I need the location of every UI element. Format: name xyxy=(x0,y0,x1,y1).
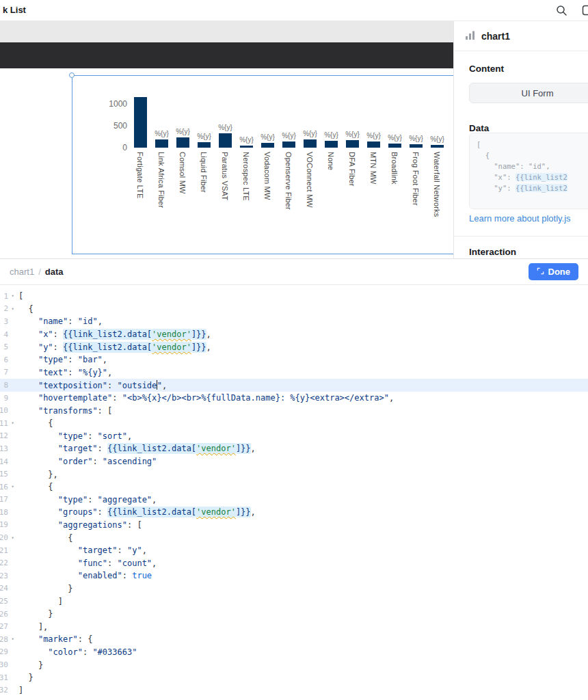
breadcrumb-component[interactable]: chart1 xyxy=(10,267,34,277)
code-text: "enabled": true xyxy=(17,571,152,580)
bar-value-label: %{y} xyxy=(322,131,341,139)
line-number: 3 xyxy=(0,317,8,326)
done-label: Done xyxy=(548,267,571,277)
code-line[interactable]: 22 "func": "count", xyxy=(0,556,588,569)
bar-value-label: %{y} xyxy=(428,135,447,143)
code-line[interactable]: 24 } xyxy=(0,582,588,595)
code-line[interactable]: 9 "hovertemplate": "<b>%{x}</b><br>%{ful… xyxy=(0,392,588,405)
code-line[interactable]: 17 "type": "aggregate", xyxy=(0,494,588,507)
bar xyxy=(431,145,444,148)
code-text: { xyxy=(17,482,53,492)
code-line[interactable]: 2▾ { xyxy=(0,303,588,316)
fold-chevron-icon[interactable]: ▾ xyxy=(8,535,17,541)
code-line[interactable]: 15 }, xyxy=(0,468,588,481)
plotly-docs-link[interactable]: Learn more about plotly.js xyxy=(469,213,571,224)
code-editor-panel: chart1 / data Done 1▾[2▾ {3 "name": "id"… xyxy=(0,258,588,700)
code-line[interactable]: 4 "x": {{link_list2.data['vendor']}}, xyxy=(0,328,588,341)
code-line[interactable]: 13 "target": {{link_list2.data['vendor']… xyxy=(0,442,588,455)
code-text: "transforms": [ xyxy=(17,406,112,416)
bar xyxy=(134,97,147,148)
interaction-section-label: Interaction xyxy=(469,247,516,257)
line-number: 23 xyxy=(0,571,8,580)
fold-chevron-icon[interactable]: ▾ xyxy=(8,306,17,312)
code-line[interactable]: 10 "transforms": [ xyxy=(0,404,588,417)
code-line[interactable]: 12 "type": "sort", xyxy=(0,430,588,443)
code-line[interactable]: 25 ] xyxy=(0,595,588,608)
code-text: "func": "count", xyxy=(17,558,157,568)
bar-value-label: %{y} xyxy=(174,128,193,135)
code-line[interactable]: 28▾ "marker": { xyxy=(0,633,588,646)
code-text: } xyxy=(17,673,34,682)
line-number: 5 xyxy=(0,342,8,351)
code-line[interactable]: 1▾[ xyxy=(0,290,588,303)
line-number: 13 xyxy=(0,444,8,453)
toolbar-strip xyxy=(0,21,453,42)
search-icon[interactable] xyxy=(556,5,567,16)
preview-line: "name": "id", xyxy=(477,161,588,172)
line-number: 21 xyxy=(0,546,8,555)
bar-value-label: %{y} xyxy=(407,135,426,142)
top-bar: k List xyxy=(0,0,588,21)
line-number: 1 xyxy=(0,292,8,301)
code-text: "aggregations": [ xyxy=(17,520,142,530)
fold-chevron-icon[interactable]: ▾ xyxy=(8,293,17,299)
code-line[interactable]: 31 } xyxy=(0,671,588,684)
x-tick-label: Broadlink xyxy=(390,152,399,185)
x-tick-label: Paratus VSAT xyxy=(221,152,229,200)
x-tick-label: VOConnect MW xyxy=(306,152,314,208)
code-line[interactable]: 5 "y": {{link_list2.data['vendor']}}, xyxy=(0,340,588,353)
code-line[interactable]: 19 "aggregations": [ xyxy=(0,519,588,532)
code-line[interactable]: 16▾ { xyxy=(0,481,588,494)
code-line[interactable]: 23 "enabled": true xyxy=(0,569,588,582)
fold-chevron-icon[interactable]: ▾ xyxy=(8,636,17,642)
code-line[interactable]: 27 ], xyxy=(0,620,588,633)
code-editor[interactable]: 1▾[2▾ {3 "name": "id",4 "x": {{link_list… xyxy=(0,286,588,700)
code-line[interactable]: 3 "name": "id", xyxy=(0,315,588,328)
selection-handle[interactable] xyxy=(69,72,75,78)
code-line[interactable]: 11▾ { xyxy=(0,417,588,430)
code-line[interactable]: 20▾ { xyxy=(0,531,588,544)
line-number: 9 xyxy=(0,394,8,403)
done-button[interactable]: Done xyxy=(529,263,579,280)
code-line[interactable]: 18 "groups": {{link_list2.data['vendor']… xyxy=(0,506,588,519)
x-tick-label: Liquid Fiber xyxy=(200,152,208,193)
code-line[interactable]: 7 "text": "%{y}", xyxy=(0,366,588,379)
code-line[interactable]: 6 "type": "bar", xyxy=(0,353,588,366)
line-number: 30 xyxy=(0,660,8,669)
x-tick-label: Vodacom MW xyxy=(263,152,271,200)
code-text: "text": "%{y}", xyxy=(17,368,112,377)
line-number: 20 xyxy=(0,533,8,542)
line-number: 15 xyxy=(0,470,8,479)
code-line[interactable]: 8 "textposition": "outside", xyxy=(0,379,588,392)
bar-value-label: %{y} xyxy=(301,130,320,137)
bar xyxy=(240,146,253,148)
fold-chevron-icon[interactable]: ▾ xyxy=(8,420,17,426)
line-number: 18 xyxy=(0,508,8,517)
line-number: 29 xyxy=(0,647,8,656)
code-line[interactable]: 26 } xyxy=(0,608,588,621)
bar xyxy=(219,133,232,148)
bar-value-label: %{y} xyxy=(152,130,172,137)
code-text: "target": "y", xyxy=(17,546,147,555)
code-line[interactable]: 14 "order": "ascending" xyxy=(0,455,588,468)
code-text: ], xyxy=(17,622,48,632)
x-tick-label: Waterfall Networks xyxy=(433,152,441,217)
bar xyxy=(304,139,317,148)
ui-form-button[interactable]: UI Form xyxy=(469,83,588,103)
code-line[interactable]: 30 } xyxy=(0,658,588,671)
fold-chevron-icon[interactable]: ▾ xyxy=(8,484,17,489)
app-title: k List xyxy=(3,5,26,15)
bar xyxy=(176,137,189,148)
bar xyxy=(388,144,401,148)
code-text: "type": "bar", xyxy=(17,355,107,364)
code-line[interactable]: 29 "color": "#033663" xyxy=(0,646,588,659)
bar xyxy=(261,143,274,148)
line-number: 28 xyxy=(0,635,8,644)
data-code-preview[interactable]: [ { "name": "id", "x": {{link_list2 "y":… xyxy=(469,133,588,209)
inspector-header: chart1 xyxy=(454,21,588,51)
chart-component[interactable]: 05001000 Fortigate LTE%{y}Link Africa Fi… xyxy=(0,68,453,258)
code-line[interactable]: 32] xyxy=(0,684,588,697)
code-line[interactable]: 21 "target": "y", xyxy=(0,544,588,557)
line-number: 6 xyxy=(0,355,8,364)
window-icon[interactable] xyxy=(582,5,588,16)
